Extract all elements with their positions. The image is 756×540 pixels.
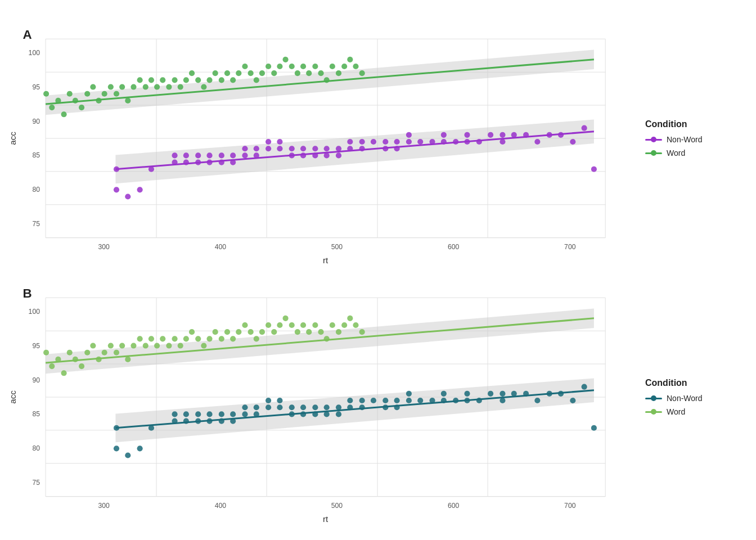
svg-point-250 bbox=[271, 329, 277, 335]
svg-point-251 bbox=[277, 322, 282, 328]
svg-point-69 bbox=[500, 132, 505, 138]
svg-point-235 bbox=[183, 336, 189, 341]
svg-point-121 bbox=[295, 70, 300, 76]
svg-point-125 bbox=[318, 70, 323, 76]
svg-point-233 bbox=[172, 336, 177, 341]
chart-row-b: 75 80 85 90 95 100 300 400 500 600 700 r… bbox=[6, 270, 750, 529]
svg-point-260 bbox=[330, 322, 335, 328]
svg-point-240 bbox=[213, 329, 218, 335]
svg-point-31 bbox=[242, 146, 248, 151]
svg-point-190 bbox=[406, 398, 412, 403]
chart-row-a: 75 80 85 90 95 100 300 400 500 600 700 bbox=[6, 11, 750, 270]
svg-point-17 bbox=[148, 166, 154, 172]
svg-point-264 bbox=[353, 322, 358, 328]
svg-point-226 bbox=[130, 343, 136, 348]
svg-point-49 bbox=[347, 139, 353, 145]
svg-point-48 bbox=[347, 146, 353, 151]
svg-point-254 bbox=[295, 329, 300, 335]
y-tick-75: 75 bbox=[32, 220, 40, 228]
x-tick-700-b: 700 bbox=[564, 502, 576, 510]
svg-point-23 bbox=[195, 152, 201, 158]
x-tick-400-b: 400 bbox=[215, 502, 227, 510]
svg-point-227 bbox=[137, 336, 143, 341]
legend-a-word-label: Word bbox=[667, 148, 685, 158]
svg-point-231 bbox=[160, 336, 165, 341]
svg-point-205 bbox=[534, 398, 540, 403]
svg-point-154 bbox=[183, 411, 189, 417]
svg-point-32 bbox=[254, 152, 259, 158]
svg-point-94 bbox=[137, 77, 143, 83]
svg-point-54 bbox=[382, 146, 388, 151]
y-axis-label-b: acc bbox=[8, 390, 17, 404]
legend-a-item-nonword: Non-Word bbox=[645, 135, 750, 144]
svg-point-132 bbox=[359, 70, 365, 76]
svg-point-157 bbox=[206, 411, 212, 417]
svg-point-241 bbox=[219, 336, 224, 341]
legend-a-item-word: Word bbox=[645, 148, 750, 158]
svg-point-127 bbox=[330, 64, 335, 69]
svg-point-15 bbox=[125, 194, 130, 199]
svg-point-116 bbox=[266, 64, 271, 69]
x-tick-600-b: 600 bbox=[448, 502, 460, 510]
svg-point-164 bbox=[242, 404, 248, 410]
svg-point-194 bbox=[441, 391, 447, 397]
svg-point-101 bbox=[178, 84, 183, 89]
panel-label-b: B bbox=[22, 286, 32, 300]
svg-point-84 bbox=[79, 105, 84, 110]
svg-point-247 bbox=[254, 336, 259, 341]
svg-point-60 bbox=[429, 139, 435, 145]
legend-b-title: Condition bbox=[645, 378, 750, 388]
svg-point-209 bbox=[582, 384, 587, 390]
svg-point-38 bbox=[289, 146, 295, 151]
legend-b-word-label: Word bbox=[667, 407, 685, 416]
y-tick-85-b: 85 bbox=[32, 410, 40, 418]
svg-point-210 bbox=[591, 425, 597, 431]
x-tick-300: 300 bbox=[98, 243, 110, 251]
svg-point-191 bbox=[406, 391, 412, 397]
svg-point-67 bbox=[488, 132, 493, 138]
svg-point-172 bbox=[289, 411, 295, 417]
svg-point-187 bbox=[382, 404, 388, 410]
x-tick-700: 700 bbox=[564, 243, 576, 251]
svg-point-169 bbox=[277, 404, 282, 410]
svg-point-262 bbox=[341, 322, 347, 328]
svg-point-80 bbox=[55, 98, 61, 104]
y-tick-75-b: 75 bbox=[32, 479, 40, 487]
svg-point-182 bbox=[347, 398, 353, 403]
svg-point-71 bbox=[523, 132, 529, 138]
svg-point-97 bbox=[154, 84, 160, 89]
svg-point-178 bbox=[324, 411, 330, 417]
svg-point-72 bbox=[534, 139, 540, 145]
svg-point-44 bbox=[324, 146, 330, 151]
svg-point-86 bbox=[90, 84, 96, 89]
svg-point-130 bbox=[347, 57, 353, 62]
svg-point-95 bbox=[143, 84, 148, 89]
svg-point-185 bbox=[371, 398, 376, 403]
svg-point-160 bbox=[219, 411, 224, 417]
svg-point-93 bbox=[130, 84, 136, 89]
svg-point-228 bbox=[143, 343, 148, 348]
svg-point-221 bbox=[102, 350, 107, 356]
svg-point-14 bbox=[114, 187, 119, 192]
svg-point-50 bbox=[359, 146, 365, 151]
svg-point-215 bbox=[67, 350, 73, 356]
svg-point-43 bbox=[312, 146, 318, 151]
svg-point-109 bbox=[224, 70, 230, 76]
svg-point-73 bbox=[547, 132, 552, 138]
x-tick-500-b: 500 bbox=[331, 502, 343, 510]
svg-point-33 bbox=[254, 146, 259, 151]
svg-point-42 bbox=[312, 152, 318, 158]
svg-point-76 bbox=[582, 125, 587, 131]
svg-point-249 bbox=[266, 322, 271, 328]
svg-point-166 bbox=[254, 404, 259, 410]
svg-point-52 bbox=[371, 139, 376, 145]
legend-a-word-dot bbox=[651, 150, 656, 156]
svg-point-61 bbox=[441, 132, 447, 138]
word-regression-a bbox=[46, 60, 594, 104]
svg-point-155 bbox=[195, 418, 201, 424]
svg-point-19 bbox=[172, 160, 177, 165]
x-tick-300-b: 300 bbox=[98, 502, 110, 510]
svg-point-256 bbox=[306, 329, 312, 335]
svg-point-57 bbox=[406, 139, 412, 145]
svg-point-244 bbox=[236, 329, 241, 335]
